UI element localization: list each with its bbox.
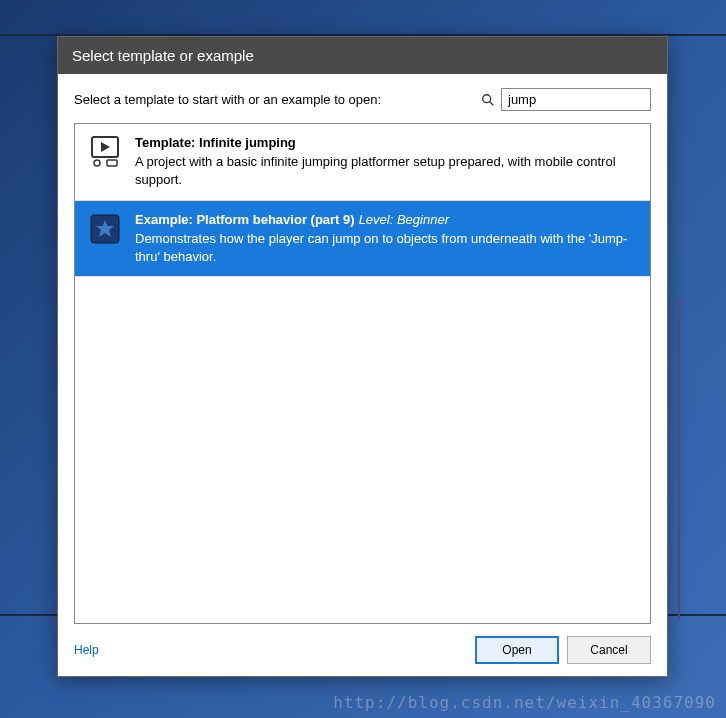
cancel-button[interactable]: Cancel [567,636,651,664]
play-device-icon [87,134,123,170]
item-desc: A project with a basic infinite jumping … [135,153,638,189]
footer-row: Help Open Cancel [74,636,651,664]
item-level: Level: Beginner [359,212,449,227]
help-link[interactable]: Help [74,643,99,657]
button-group: Open Cancel [475,636,651,664]
template-list: Template: Infinite jumping A project wit… [74,123,651,624]
svg-point-4 [94,160,100,166]
search-wrap [481,88,651,111]
open-button[interactable]: Open [475,636,559,664]
item-content: Example: Platform behavior (part 9)Level… [135,211,638,267]
dialog-title: Select template or example [58,37,667,74]
prompt-row: Select a template to start with or an ex… [74,88,651,111]
list-item[interactable]: Template: Infinite jumping A project wit… [75,124,650,201]
svg-line-1 [490,101,494,105]
prompt-text: Select a template to start with or an ex… [74,92,381,107]
template-dialog: Select template or example Select a temp… [57,36,668,677]
watermark-text: http://blog.csdn.net/weixin_40367090 [333,693,716,712]
search-icon [481,93,495,107]
item-content: Template: Infinite jumping A project wit… [135,134,638,190]
star-badge-icon [87,211,123,247]
dialog-body: Select a template to start with or an ex… [58,74,667,676]
list-item[interactable]: Example: Platform behavior (part 9)Level… [75,201,650,278]
svg-rect-5 [107,160,117,166]
item-title: Example: Platform behavior (part 9) [135,212,355,227]
item-desc: Demonstrates how the player can jump on … [135,230,638,266]
item-title: Template: Infinite jumping [135,135,296,150]
search-input[interactable] [501,88,651,111]
svg-marker-3 [101,142,110,152]
svg-point-0 [483,94,491,102]
